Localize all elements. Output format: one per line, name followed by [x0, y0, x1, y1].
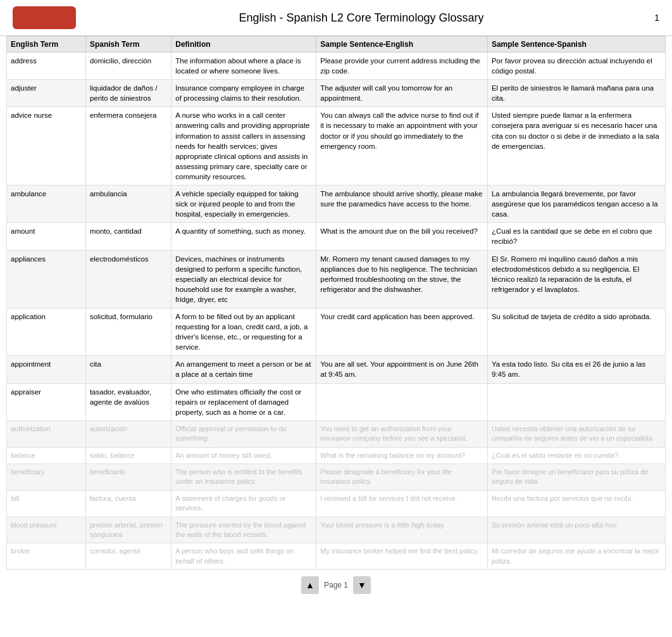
- table-row: blood pressurepresión arterial, presión …: [7, 517, 666, 543]
- col-header-sample-es: Sample Sentence-Spanish: [487, 37, 665, 53]
- english-term-cell: bill: [7, 490, 86, 517]
- sample-en-cell: Please provide your current address incl…: [316, 53, 488, 80]
- sample-en-cell: The ambulance should arrive shortly, ple…: [316, 186, 488, 223]
- english-term-cell: appointment: [7, 356, 86, 383]
- spanish-term-cell: electrodomésticos: [85, 250, 171, 308]
- sample-es-cell: Usted siempre puede llamar a la enfermer…: [487, 107, 665, 186]
- definition-cell: A vehicle specially equipped for taking …: [171, 186, 316, 223]
- definition-cell: Devices, machines or instruments designe…: [171, 250, 316, 308]
- table-header-row: English Term Spanish Term Definition Sam…: [7, 37, 666, 53]
- col-header-english: English Term: [7, 37, 86, 53]
- table-row: beneficiarybeneficiarioThe person who is…: [7, 464, 666, 490]
- sample-en-cell: What is the remaining balance on my acco…: [316, 447, 488, 464]
- pagination-area: ▲ Page 1 ▼: [0, 576, 672, 594]
- spanish-term-cell: ambulancia: [85, 186, 171, 223]
- spanish-term-cell: cita: [85, 356, 171, 383]
- definition-cell: An arrangement to meet a person or be at…: [171, 356, 316, 383]
- spanish-term-cell: beneficiario: [85, 464, 171, 490]
- sample-es-cell: El perito de siniestros le llamará mañan…: [487, 80, 665, 107]
- sample-en-cell: What is the amount due on the bill you r…: [316, 223, 488, 250]
- table-body: addressdomicilio, direcciónThe informati…: [7, 53, 666, 570]
- definition-cell: A person who buys and sells things on be…: [171, 543, 316, 570]
- definition-cell: A quantity of something, such as money.: [171, 223, 316, 250]
- english-term-cell: address: [7, 53, 86, 80]
- table-row: authorizationautorizaciónOfficial approv…: [7, 420, 666, 447]
- english-term-cell: appraiser: [7, 383, 86, 420]
- spanish-term-cell: domicilio, dirección: [85, 53, 171, 80]
- definition-cell: A form to be filled out by an applicant …: [171, 308, 316, 355]
- spanish-term-cell: tasador, evaluador, agente de avalúos: [85, 383, 171, 420]
- sample-es-cell: Ya esta todo listo. Su cita es el 26 de …: [487, 356, 665, 383]
- sample-en-cell: You are all set. Your appointment is on …: [316, 356, 488, 383]
- english-term-cell: adjuster: [7, 80, 86, 107]
- table-row: applianceselectrodomésticosDevices, mach…: [7, 250, 666, 308]
- page-number: 1: [634, 13, 659, 23]
- table-row: appointmentcitaAn arrangement to meet a …: [7, 356, 666, 383]
- logo: [13, 6, 76, 29]
- page-header: English - Spanish L2 Core Terminology Gl…: [0, 0, 672, 36]
- col-header-definition: Definition: [171, 37, 316, 53]
- definition-cell: An amount of money still owed.: [171, 447, 316, 464]
- spanish-term-cell: saldo, balance: [85, 447, 171, 464]
- english-term-cell: blood pressure: [7, 517, 86, 543]
- sample-en-cell: I received a bill for services I did not…: [316, 490, 488, 517]
- sample-es-cell: ¿Cual es la cantidad que se debe en el c…: [487, 223, 665, 250]
- definition-cell: The pressure exerted by the blood agains…: [171, 517, 316, 543]
- sample-es-cell: El Sr. Romero mi inquilino causó daños a…: [487, 250, 665, 308]
- glossary-table-container: English Term Spanish Term Definition Sam…: [0, 36, 672, 570]
- sample-es-cell: Su presión arterial está un poco alta ho…: [487, 517, 665, 543]
- english-term-cell: broker: [7, 543, 86, 570]
- col-header-spanish: Spanish Term: [85, 37, 171, 53]
- definition-cell: A statement of charges for goods or serv…: [171, 490, 316, 517]
- sample-en-cell: You can always call the advice nurse to …: [316, 107, 488, 186]
- sample-es-cell: Por favor designe un beneficiario para s…: [487, 464, 665, 490]
- sample-es-cell: Usted necesita obtener una autorización …: [487, 420, 665, 447]
- definition-cell: Official approval or permission to do so…: [171, 420, 316, 447]
- sample-es-cell: La ambulancia llegará brevemente, por fa…: [487, 186, 665, 223]
- table-row: ambulanceambulanciaA vehicle specially e…: [7, 186, 666, 223]
- spanish-term-cell: corredor, agente: [85, 543, 171, 570]
- english-term-cell: ambulance: [7, 186, 86, 223]
- table-row: billfactura, cuentaA statement of charge…: [7, 490, 666, 517]
- logo-area: [13, 6, 89, 29]
- col-header-sample-en: Sample Sentence-English: [316, 37, 488, 53]
- sample-en-cell: My insurance broker helped me find the b…: [316, 543, 488, 570]
- sample-en-cell: Your credit card application has been ap…: [316, 308, 488, 355]
- spanish-term-cell: autorización: [85, 420, 171, 447]
- sample-es-cell: [487, 383, 665, 420]
- definition-cell: The information about where a place is l…: [171, 53, 316, 80]
- spanish-term-cell: liquidador de daños / perito de siniestr…: [85, 80, 171, 107]
- english-term-cell: balance: [7, 447, 86, 464]
- spanish-term-cell: enfermera consejera: [85, 107, 171, 186]
- english-term-cell: amount: [7, 223, 86, 250]
- scroll-up-button[interactable]: ▲: [301, 576, 319, 594]
- english-term-cell: beneficiary: [7, 464, 86, 490]
- table-row: appraisertasador, evaluador, agente de a…: [7, 383, 666, 420]
- definition-cell: One who estimates officially the cost or…: [171, 383, 316, 420]
- english-term-cell: authorization: [7, 420, 86, 447]
- english-term-cell: advice nurse: [7, 107, 86, 186]
- sample-en-cell: The adjuster will call you tomorrow for …: [316, 80, 488, 107]
- definition-cell: Insurance company employee in charge of …: [171, 80, 316, 107]
- sample-es-cell: Recibí una factura por servicios que no …: [487, 490, 665, 517]
- sample-en-cell: Your blood pressure is a little high tod…: [316, 517, 488, 543]
- spanish-term-cell: solicitud, formulario: [85, 308, 171, 355]
- sample-en-cell: [316, 383, 488, 420]
- spanish-term-cell: monto, cantidad: [85, 223, 171, 250]
- definition-cell: A nurse who works in a call center answe…: [171, 107, 316, 186]
- table-row: applicationsolicitud, formularioA form t…: [7, 308, 666, 355]
- sample-es-cell: Su solicitud de tarjeta de crédito a sid…: [487, 308, 665, 355]
- sample-en-cell: You need to get an authorization from yo…: [316, 420, 488, 447]
- sample-es-cell: Por favor provea su dirección actual inc…: [487, 53, 665, 80]
- scroll-down-button[interactable]: ▼: [353, 576, 371, 594]
- table-row: amountmonto, cantidadA quantity of somet…: [7, 223, 666, 250]
- english-term-cell: appliances: [7, 250, 86, 308]
- spanish-term-cell: factura, cuenta: [85, 490, 171, 517]
- sample-es-cell: Mi corredor de seguros me ayudó a encont…: [487, 543, 665, 570]
- sample-en-cell: Please designate a beneficiary for your …: [316, 464, 488, 490]
- sample-es-cell: ¿Cuál es el saldo restante en mi cuenta?: [487, 447, 665, 464]
- glossary-table: English Term Spanish Term Definition Sam…: [6, 36, 666, 570]
- page-title: English - Spanish L2 Core Terminology Gl…: [89, 11, 634, 25]
- table-row: brokercorredor, agenteA person who buys …: [7, 543, 666, 570]
- page-info: Page 1: [324, 581, 348, 590]
